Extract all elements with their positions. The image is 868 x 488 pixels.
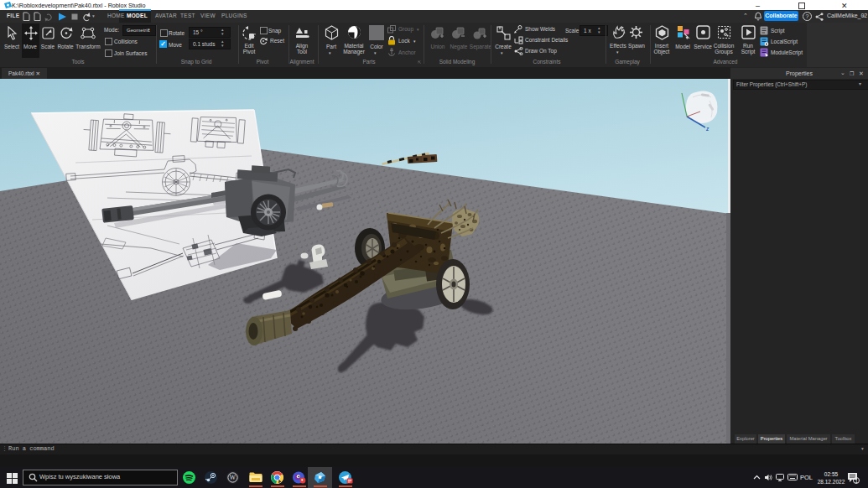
svg-text:W: W	[230, 474, 236, 481]
